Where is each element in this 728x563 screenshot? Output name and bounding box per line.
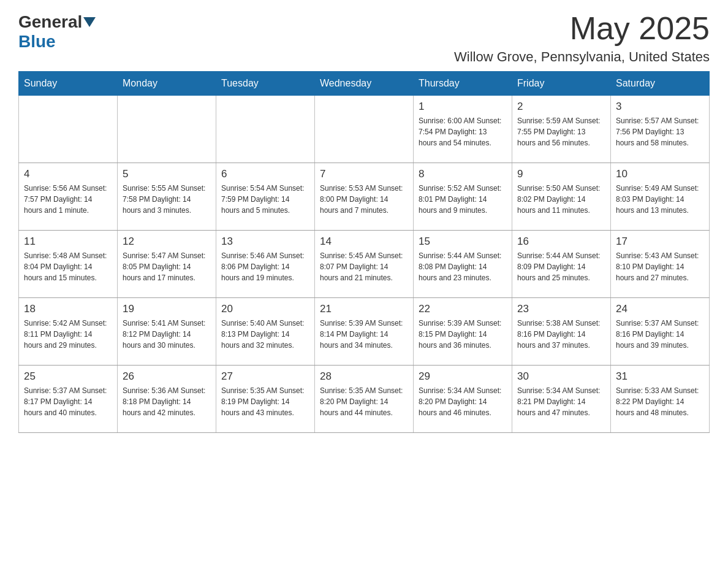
day-info: Sunrise: 5:55 AM Sunset: 7:58 PM Dayligh… (123, 183, 211, 216)
day-info: Sunrise: 5:50 AM Sunset: 8:02 PM Dayligh… (517, 183, 605, 216)
day-info: Sunrise: 5:59 AM Sunset: 7:55 PM Dayligh… (517, 115, 605, 148)
calendar-cell: 3Sunrise: 5:57 AM Sunset: 7:56 PM Daylig… (611, 96, 710, 163)
day-info: Sunrise: 5:36 AM Sunset: 8:18 PM Dayligh… (123, 385, 211, 418)
day-info: Sunrise: 5:45 AM Sunset: 8:07 PM Dayligh… (320, 250, 408, 283)
day-header-tuesday: Tuesday (216, 72, 315, 96)
calendar-cell: 16Sunrise: 5:44 AM Sunset: 8:09 PM Dayli… (512, 231, 611, 298)
day-number: 13 (221, 236, 309, 248)
day-number: 30 (517, 370, 605, 383)
day-info: Sunrise: 5:39 AM Sunset: 8:15 PM Dayligh… (419, 318, 507, 351)
day-number: 19 (123, 303, 211, 315)
page-header: General Blue May 2025 Willow Grove, Penn… (18, 12, 710, 65)
day-info: Sunrise: 5:43 AM Sunset: 8:10 PM Dayligh… (616, 250, 704, 283)
calendar-cell: 1Sunrise: 6:00 AM Sunset: 7:54 PM Daylig… (414, 96, 512, 163)
calendar-cell (19, 96, 118, 163)
calendar-cell: 26Sunrise: 5:36 AM Sunset: 8:18 PM Dayli… (118, 366, 216, 433)
day-info: Sunrise: 5:39 AM Sunset: 8:14 PM Dayligh… (320, 318, 408, 351)
day-info: Sunrise: 5:37 AM Sunset: 8:16 PM Dayligh… (616, 318, 704, 351)
day-number: 20 (221, 303, 309, 315)
day-number: 14 (320, 236, 408, 248)
day-number: 17 (616, 236, 704, 248)
month-title: May 2025 (454, 12, 710, 44)
day-number: 7 (320, 168, 408, 180)
day-info: Sunrise: 5:44 AM Sunset: 8:08 PM Dayligh… (419, 250, 507, 283)
day-number: 26 (123, 370, 211, 383)
day-header-thursday: Thursday (414, 72, 512, 96)
day-number: 15 (419, 236, 507, 248)
calendar-week-1: 1Sunrise: 6:00 AM Sunset: 7:54 PM Daylig… (19, 96, 710, 163)
day-info: Sunrise: 5:54 AM Sunset: 7:59 PM Dayligh… (221, 183, 309, 216)
day-header-monday: Monday (118, 72, 216, 96)
day-info: Sunrise: 5:57 AM Sunset: 7:56 PM Dayligh… (616, 115, 704, 148)
day-number: 2 (517, 101, 605, 113)
day-info: Sunrise: 5:47 AM Sunset: 8:05 PM Dayligh… (123, 250, 211, 283)
calendar-cell (315, 96, 414, 163)
calendar-cell: 24Sunrise: 5:37 AM Sunset: 8:16 PM Dayli… (611, 298, 710, 366)
location-text: Willow Grove, Pennsylvania, United State… (454, 49, 710, 65)
calendar-cell: 17Sunrise: 5:43 AM Sunset: 8:10 PM Dayli… (611, 231, 710, 298)
calendar-cell: 27Sunrise: 5:35 AM Sunset: 8:19 PM Dayli… (216, 366, 315, 433)
calendar-cell: 10Sunrise: 5:49 AM Sunset: 8:03 PM Dayli… (611, 163, 710, 231)
calendar-cell: 4Sunrise: 5:56 AM Sunset: 7:57 PM Daylig… (19, 163, 118, 231)
day-info: Sunrise: 5:46 AM Sunset: 8:06 PM Dayligh… (221, 250, 309, 283)
calendar-cell: 19Sunrise: 5:41 AM Sunset: 8:12 PM Dayli… (118, 298, 216, 366)
day-number: 24 (616, 303, 704, 315)
calendar-week-5: 25Sunrise: 5:37 AM Sunset: 8:17 PM Dayli… (19, 366, 710, 433)
day-info: Sunrise: 5:44 AM Sunset: 8:09 PM Dayligh… (517, 250, 605, 283)
day-number: 1 (419, 101, 507, 113)
day-header-friday: Friday (512, 72, 611, 96)
day-info: Sunrise: 5:34 AM Sunset: 8:21 PM Dayligh… (517, 385, 605, 418)
calendar-cell: 13Sunrise: 5:46 AM Sunset: 8:06 PM Dayli… (216, 231, 315, 298)
calendar-cell: 30Sunrise: 5:34 AM Sunset: 8:21 PM Dayli… (512, 366, 611, 433)
logo-general-text: General (18, 12, 82, 32)
day-header-wednesday: Wednesday (315, 72, 414, 96)
day-number: 21 (320, 303, 408, 315)
title-section: May 2025 Willow Grove, Pennsylvania, Uni… (454, 12, 710, 65)
calendar-cell: 31Sunrise: 5:33 AM Sunset: 8:22 PM Dayli… (611, 366, 710, 433)
calendar-header-row: SundayMondayTuesdayWednesdayThursdayFrid… (19, 72, 710, 96)
day-info: Sunrise: 5:35 AM Sunset: 8:20 PM Dayligh… (320, 385, 408, 418)
calendar-cell: 18Sunrise: 5:42 AM Sunset: 8:11 PM Dayli… (19, 298, 118, 366)
day-number: 3 (616, 101, 704, 113)
day-number: 29 (419, 370, 507, 383)
calendar-cell: 15Sunrise: 5:44 AM Sunset: 8:08 PM Dayli… (414, 231, 512, 298)
day-info: Sunrise: 5:35 AM Sunset: 8:19 PM Dayligh… (221, 385, 309, 418)
day-header-sunday: Sunday (19, 72, 118, 96)
calendar-cell: 23Sunrise: 5:38 AM Sunset: 8:16 PM Dayli… (512, 298, 611, 366)
calendar-week-4: 18Sunrise: 5:42 AM Sunset: 8:11 PM Dayli… (19, 298, 710, 366)
day-info: Sunrise: 5:41 AM Sunset: 8:12 PM Dayligh… (123, 318, 211, 351)
day-info: Sunrise: 5:34 AM Sunset: 8:20 PM Dayligh… (419, 385, 507, 418)
calendar-cell: 5Sunrise: 5:55 AM Sunset: 7:58 PM Daylig… (118, 163, 216, 231)
day-number: 23 (517, 303, 605, 315)
day-info: Sunrise: 5:48 AM Sunset: 8:04 PM Dayligh… (24, 250, 112, 283)
calendar-cell: 22Sunrise: 5:39 AM Sunset: 8:15 PM Dayli… (414, 298, 512, 366)
logo: General Blue (18, 12, 97, 52)
calendar-table: SundayMondayTuesdayWednesdayThursdayFrid… (18, 71, 710, 433)
day-number: 4 (24, 168, 112, 180)
day-number: 6 (221, 168, 309, 180)
day-info: Sunrise: 6:00 AM Sunset: 7:54 PM Dayligh… (419, 115, 507, 148)
calendar-cell: 8Sunrise: 5:52 AM Sunset: 8:01 PM Daylig… (414, 163, 512, 231)
calendar-cell (216, 96, 315, 163)
calendar-week-3: 11Sunrise: 5:48 AM Sunset: 8:04 PM Dayli… (19, 231, 710, 298)
day-info: Sunrise: 5:53 AM Sunset: 8:00 PM Dayligh… (320, 183, 408, 216)
calendar-cell: 28Sunrise: 5:35 AM Sunset: 8:20 PM Dayli… (315, 366, 414, 433)
calendar-week-2: 4Sunrise: 5:56 AM Sunset: 7:57 PM Daylig… (19, 163, 710, 231)
calendar-cell: 25Sunrise: 5:37 AM Sunset: 8:17 PM Dayli… (19, 366, 118, 433)
day-number: 12 (123, 236, 211, 248)
day-info: Sunrise: 5:49 AM Sunset: 8:03 PM Dayligh… (616, 183, 704, 216)
day-info: Sunrise: 5:56 AM Sunset: 7:57 PM Dayligh… (24, 183, 112, 216)
calendar-cell (118, 96, 216, 163)
calendar-cell: 2Sunrise: 5:59 AM Sunset: 7:55 PM Daylig… (512, 96, 611, 163)
day-header-saturday: Saturday (611, 72, 710, 96)
calendar-cell: 7Sunrise: 5:53 AM Sunset: 8:00 PM Daylig… (315, 163, 414, 231)
calendar-cell: 14Sunrise: 5:45 AM Sunset: 8:07 PM Dayli… (315, 231, 414, 298)
day-number: 25 (24, 370, 112, 383)
day-number: 27 (221, 370, 309, 383)
calendar-cell: 20Sunrise: 5:40 AM Sunset: 8:13 PM Dayli… (216, 298, 315, 366)
day-number: 18 (24, 303, 112, 315)
day-number: 8 (419, 168, 507, 180)
day-number: 22 (419, 303, 507, 315)
day-number: 11 (24, 236, 112, 248)
calendar-cell: 12Sunrise: 5:47 AM Sunset: 8:05 PM Dayli… (118, 231, 216, 298)
